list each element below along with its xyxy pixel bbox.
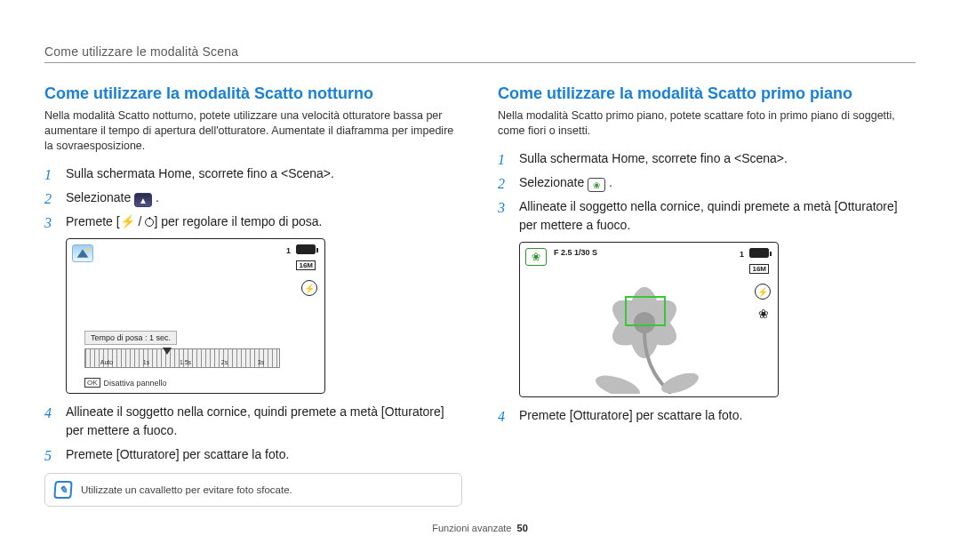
night-mode-icon: ▲	[134, 193, 152, 207]
tip-text: Utilizzate un cavalletto per evitare fot…	[81, 484, 292, 495]
macro-mode-icon: ❀	[588, 178, 605, 192]
section-close-up: Come utilizzare la modalità Scatto primo…	[498, 84, 916, 507]
battery-icon	[749, 248, 769, 258]
step-sep: /	[135, 214, 146, 228]
step-text-a: Selezionate	[66, 190, 134, 204]
step-5: 5 Premete [Otturatore] per scattare la f…	[44, 445, 462, 464]
focus-frame	[625, 296, 666, 326]
svg-point-1	[86, 248, 90, 252]
ok-disable-panel[interactable]: OK Disattiva pannello	[84, 378, 167, 388]
flower-illustration	[556, 269, 733, 394]
header-rule	[44, 62, 916, 63]
step-text: Sulla schermata Home, scorrete fino a <S…	[519, 151, 788, 165]
exposure-label: Tempo di posa : 1 sec.	[84, 331, 177, 345]
mode-badge-icon: ❀	[525, 248, 547, 266]
frame-counter: 1	[286, 246, 291, 255]
flash-icon: ⚡	[120, 214, 135, 228]
exposure-panel: Tempo di posa : 1 sec. Auto 1s 1.5s 2s 3…	[84, 328, 280, 368]
page-number: 50	[517, 523, 528, 533]
aperture-readout: F 2.5 1/30 S	[554, 248, 597, 257]
step-text-a: Selezionate	[519, 175, 588, 189]
step-text: Sulla schermata Home, scorrete fino a <S…	[66, 166, 334, 180]
steps-list-cont: 4 Premete [Otturatore] per scattare la f…	[498, 406, 916, 425]
mode-badge-icon	[72, 244, 93, 262]
lcd-screenshot-night: 1 16M ⚡ Tempo di posa : 1 sec. Auto 1s	[66, 238, 325, 394]
ok-text: Disattiva pannello	[104, 379, 167, 388]
step-2: 2 Selezionate ❀ .	[498, 173, 916, 193]
step-3: 3 Premete [⚡ / ] per regolare il tempo d…	[44, 212, 462, 231]
running-header: Come utilizzare le modalità Scena	[44, 44, 916, 59]
macro-indicator-icon: ❀	[758, 307, 769, 321]
step-2: 2 Selezionate ▲ .	[44, 188, 462, 208]
tip-callout: ✎ Utilizzate un cavalletto per evitare f…	[44, 473, 462, 507]
step-4: 4 Premete [Otturatore] per scattare la f…	[498, 406, 916, 425]
resolution-badge: 16M	[296, 260, 316, 270]
ruler-label: 1s	[143, 359, 149, 365]
step-text-b: .	[156, 190, 159, 204]
steps-list-cont: 4 Allineate il soggetto nella cornice, q…	[44, 403, 462, 464]
ruler-label: 1.5s	[180, 359, 191, 365]
section-heading: Come utilizzare la modalità Scatto primo…	[498, 84, 916, 103]
ok-button[interactable]: OK	[84, 378, 100, 388]
steps-list: 1 Sulla schermata Home, scorrete fino a …	[498, 149, 916, 236]
svg-point-9	[659, 369, 701, 394]
section-intro: Nella modalità Scatto primo piano, potet…	[498, 108, 916, 139]
step-text-b: .	[609, 175, 612, 189]
page-footer: Funzioni avanzate 50	[44, 523, 916, 533]
step-text-a: Premete [	[66, 214, 120, 228]
flash-indicator-icon: ⚡	[755, 284, 771, 300]
exposure-ruler[interactable]: Auto 1s 1.5s 2s 3s	[84, 348, 280, 368]
step-text: Premete [Otturatore] per scattare la fot…	[66, 447, 289, 461]
step-1: 1 Sulla schermata Home, scorrete fino a …	[44, 164, 462, 183]
ruler-label: 2s	[221, 359, 228, 365]
exposure-needle-icon	[163, 348, 172, 355]
ruler-label: Auto	[100, 359, 113, 365]
step-3: 3 Allineate il soggetto nella cornice, q…	[498, 197, 916, 235]
note-icon: ✎	[53, 481, 72, 499]
footer-label: Funzioni avanzate	[432, 523, 511, 533]
step-4: 4 Allineate il soggetto nella cornice, q…	[44, 403, 462, 440]
step-text-b: ] per regolare il tempo di posa.	[154, 214, 322, 228]
step-1: 1 Sulla schermata Home, scorrete fino a …	[498, 149, 916, 168]
flash-indicator-icon: ⚡	[301, 280, 317, 296]
frame-counter: 1	[740, 250, 744, 259]
timer-icon	[145, 218, 154, 227]
section-intro: Nella modalità Scatto notturno, potete u…	[44, 108, 462, 154]
battery-icon	[296, 244, 316, 254]
step-text: Premete [Otturatore] per scattare la fot…	[519, 408, 742, 422]
section-heading: Come utilizzare la modalità Scatto nottu…	[44, 84, 462, 103]
step-text: Allineate il soggetto nella cornice, qui…	[519, 199, 898, 232]
ruler-label: 3s	[258, 359, 264, 365]
resolution-badge: 16M	[749, 264, 769, 274]
steps-list: 1 Sulla schermata Home, scorrete fino a …	[44, 164, 462, 232]
lcd-screenshot-macro: ❀ F 2.5 1/30 S 1 16M ⚡ ❀	[519, 242, 779, 397]
section-night-shot: Come utilizzare la modalità Scatto nottu…	[44, 84, 462, 507]
svg-point-10	[593, 372, 643, 395]
step-text: Allineate il soggetto nella cornice, qui…	[66, 404, 444, 437]
